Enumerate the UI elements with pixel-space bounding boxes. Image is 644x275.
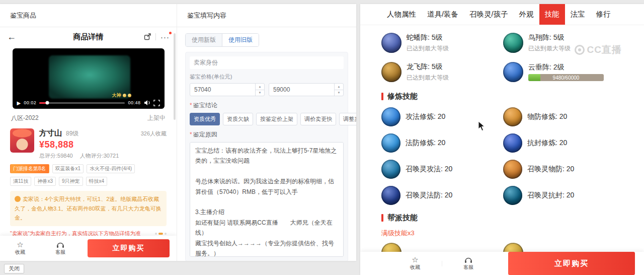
dot[interactable] [165,233,167,235]
skill-icon-she-pan-zhen [381,33,401,53]
tag: 满11技 [10,177,31,186]
cc-logo-icon [575,45,585,55]
service-button[interactable]: 客服 [442,256,495,271]
price-high-field: ▲▼ [269,83,344,96]
product-column: 鉴宝商品 ← 商品详情 ··· 大神 [0,4,177,261]
skill-icon-wufang [503,107,522,126]
favorite-label: 收藏 [410,264,420,271]
video-current-time: 00:02 [24,100,36,105]
product-info: 方寸山 89级 326人收藏 ¥58,888 总评分:59840 人物评分:30… [39,128,167,160]
price-label: 鉴宝价格(单位元) [190,73,344,81]
stepper: ▲▼ [334,84,343,96]
skill-summon-gongfa: 召唤灵攻法: 20 [381,160,503,179]
seller-note-icon [15,196,21,202]
option-lower-sell-faster[interactable]: 调价卖更快 [300,113,336,125]
favorite-button[interactable]: ☆ 收藏 [0,241,40,256]
play-icon[interactable]: ▶ [17,100,21,106]
video-progress-bar[interactable] [39,102,125,104]
more-icon[interactable]: ··· [160,33,170,41]
skill-icon-niao-xiang-zhen [503,33,523,53]
conclusion-options: 资质优秀 资质欠缺 按鉴定价上架 调价卖更快 调整卖更高 [190,113,344,125]
skill-icon-yun-chui-zhen [503,62,523,82]
tag-row-2: 满11技 神兽x3 9只神宠 特技x4 [0,177,177,186]
skill-icon-kangfeng [503,133,522,153]
buy-now-button[interactable]: 立即购买 [88,239,170,257]
skill-fafang: 法防修炼: 20 [381,133,503,153]
dot[interactable] [155,233,157,235]
tab-character-attrs[interactable]: 人物属性 [381,4,422,25]
appraisal-modal: 鉴宝商品 ← 商品详情 ··· 大神 [0,4,356,261]
price-inputs: ▲▼ ▲▼ [190,83,344,96]
video-player[interactable]: 大神 ▶ 00:02 00:48 [13,48,165,109]
step-down-icon[interactable]: ▼ [335,90,343,96]
skill-icon-long-fei-zhen [381,62,401,82]
skill-wufang: 物防修炼: 20 [503,107,625,126]
video-controls: ▶ 00:02 00:48 [13,97,165,109]
tab-old-version[interactable]: 使用旧版 [222,34,259,46]
service-button[interactable]: 客服 [40,241,80,256]
stepper: ▲▼ [255,84,264,96]
video-total-time: 00:48 [128,100,140,105]
watermark: CC直播 [575,43,622,56]
tab-skills[interactable]: 技能 [539,4,565,25]
dot-active[interactable] [158,233,163,235]
form-panel-title: 鉴宝填写内容 [177,4,356,27]
option-quality-good[interactable]: 资质优秀 [190,113,220,125]
detail-nav: 人物属性 道具/装备 召唤灵/孩子 外观 技能 法宝 修行 [360,4,644,25]
share-icon[interactable] [144,33,151,40]
screen: 鉴宝商品 ← 商品详情 ··· 大神 [0,0,644,275]
video-progress-knob[interactable] [45,101,49,105]
price-low-input[interactable] [190,84,264,96]
back-icon[interactable]: ← [7,32,19,42]
watermark-text: CC直播 [587,43,622,56]
step-up-icon[interactable]: ▲ [256,84,264,90]
tab-treasure[interactable]: 法宝 [565,4,591,25]
skill-summon-fafang: 召唤灵法防: 20 [381,186,503,205]
collector-count: 326人收藏 [141,130,167,138]
required-asterisk: * [190,102,192,109]
carousel-dots[interactable] [155,233,167,235]
step-up-icon[interactable]: ▲ [335,84,343,90]
headset-icon [464,256,472,263]
skill-long-fei-zhen: 龙飞阵: 5级已达到最大等级 [381,60,503,84]
option-adjust-sell-higher[interactable]: 调整卖更高 [339,113,356,125]
tag: 水火不侵-四件(4/4) [87,164,135,173]
product-summary: 方寸山 89级 326人收藏 ¥58,888 总评分:59840 人物评分:30… [0,124,177,161]
step-down-icon[interactable]: ▼ [256,90,264,96]
header-actions: ··· [144,33,170,41]
character-level: 89级 [66,129,78,138]
tab-appearance[interactable]: 外观 [514,4,539,25]
tab-cultivation[interactable]: 修行 [591,4,616,25]
volume-icon[interactable] [144,100,150,106]
price-low-field: ▲▼ [190,83,265,96]
close-button[interactable]: 关闭 [4,264,24,273]
account-detail-window: 人物属性 道具/装备 召唤灵/孩子 外观 技能 法宝 修行 CC直播 蛇蟠阵: … [360,4,644,275]
listing-status: 上架中 [147,114,166,122]
skill-kangfeng: 抗封修炼: 20 [503,133,625,153]
favorite-button[interactable]: ☆ 收藏 [388,256,442,271]
tag: 双蓝装备x1 [52,164,84,173]
version-tabs: 使用新版 使用旧版 [185,33,356,47]
tab-items-equipment[interactable]: 道具/装备 [422,4,464,25]
option-list-at-appraised[interactable]: 按鉴定价上架 [256,113,297,125]
buy-now-button[interactable]: 立即购买 [508,252,635,275]
price-high-input[interactable] [269,84,343,96]
required-asterisk: * [190,131,192,138]
skill-gongfa: 攻法修炼: 20 [381,107,503,126]
tab-new-version[interactable]: 使用新版 [186,34,222,46]
star-icon: ☆ [412,256,418,263]
fullscreen-icon[interactable] [153,100,160,106]
favorite-label: 收藏 [15,249,25,256]
option-quality-poor[interactable]: 资质欠缺 [223,113,253,125]
scrollbar-thumb[interactable] [174,33,176,120]
service-label: 客服 [55,249,65,256]
gang-badge: 满级技能x3 [381,229,644,238]
score-role: 人物评分:30721 [80,152,119,160]
seller-identity-field[interactable]: 卖家身份 [190,56,344,69]
skill-she-pan-zhen: 蛇蟠阵: 5级已达到最大等级 [381,31,503,54]
star-icon: ☆ [17,241,23,248]
reason-textarea[interactable]: 宝宝总结：该有的攻法齐全，玩法上够打5-7星地煞之类的，宝宝没啥问题 号总体来说… [190,142,344,257]
section-cultivation-skills: 修炼技能 [381,92,644,101]
tab-summons-children[interactable]: 召唤灵/孩子 [464,4,514,25]
appraisal-form-column: 鉴宝填写内容 使用新版 使用旧版 卖家身份 鉴宝价格(单位元) ▲▼ [177,4,356,261]
